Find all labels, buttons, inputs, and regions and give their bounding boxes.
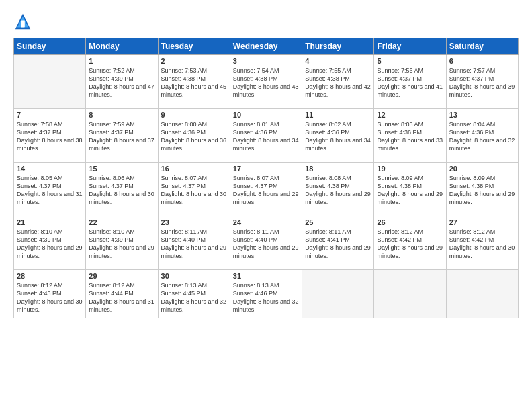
calendar-cell: 17Sunrise: 8:07 AMSunset: 4:37 PMDayligh…: [230, 163, 302, 216]
logo: [13, 12, 35, 31]
calendar-cell: 16Sunrise: 8:07 AMSunset: 4:37 PMDayligh…: [158, 163, 230, 216]
day-info: Sunrise: 8:12 AMSunset: 4:43 PMDaylight:…: [17, 281, 83, 314]
day-info: Sunrise: 8:07 AMSunset: 4:37 PMDaylight:…: [161, 174, 227, 207]
day-info: Sunrise: 8:13 AMSunset: 4:46 PMDaylight:…: [233, 281, 299, 314]
day-number: 2: [161, 57, 227, 65]
day-info: Sunrise: 8:11 AMSunset: 4:40 PMDaylight:…: [233, 228, 299, 261]
day-number: 13: [449, 111, 515, 119]
calendar-cell: 7Sunrise: 7:58 AMSunset: 4:37 PMDaylight…: [14, 109, 86, 163]
day-number: 10: [233, 111, 299, 119]
day-number: 1: [89, 57, 154, 65]
day-info: Sunrise: 8:12 AMSunset: 4:44 PMDaylight:…: [89, 281, 154, 314]
week-row-4: 21Sunrise: 8:10 AMSunset: 4:39 PMDayligh…: [14, 216, 519, 270]
calendar-cell: 20Sunrise: 8:09 AMSunset: 4:38 PMDayligh…: [446, 163, 518, 216]
calendar-cell: 15Sunrise: 8:06 AMSunset: 4:37 PMDayligh…: [86, 163, 158, 216]
day-info: Sunrise: 8:04 AMSunset: 4:36 PMDaylight:…: [449, 120, 515, 153]
calendar-cell: 22Sunrise: 8:10 AMSunset: 4:39 PMDayligh…: [86, 216, 158, 270]
calendar-cell: 11Sunrise: 8:02 AMSunset: 4:36 PMDayligh…: [302, 109, 374, 163]
page: SundayMondayTuesdayWednesdayThursdayFrid…: [0, 0, 532, 411]
calendar-cell: 24Sunrise: 8:11 AMSunset: 4:40 PMDayligh…: [230, 216, 302, 270]
calendar-header-saturday: Saturday: [446, 38, 518, 55]
day-info: Sunrise: 8:09 AMSunset: 4:38 PMDaylight:…: [449, 174, 515, 207]
calendar-cell: 27Sunrise: 8:12 AMSunset: 4:42 PMDayligh…: [446, 216, 518, 270]
day-info: Sunrise: 7:59 AMSunset: 4:37 PMDaylight:…: [89, 120, 154, 153]
day-number: 18: [305, 165, 371, 173]
calendar-cell: 1Sunrise: 7:52 AMSunset: 4:39 PMDaylight…: [86, 55, 158, 109]
day-info: Sunrise: 7:57 AMSunset: 4:37 PMDaylight:…: [449, 66, 515, 99]
calendar-cell: 2Sunrise: 7:53 AMSunset: 4:38 PMDaylight…: [158, 55, 230, 109]
day-number: 5: [377, 57, 443, 65]
day-info: Sunrise: 8:02 AMSunset: 4:36 PMDaylight:…: [305, 120, 371, 153]
calendar-cell: 14Sunrise: 8:05 AMSunset: 4:37 PMDayligh…: [14, 163, 86, 216]
day-info: Sunrise: 8:08 AMSunset: 4:38 PMDaylight:…: [305, 174, 371, 207]
calendar-cell: [302, 270, 374, 318]
day-number: 12: [377, 111, 443, 119]
calendar-cell: [446, 270, 518, 318]
week-row-3: 14Sunrise: 8:05 AMSunset: 4:37 PMDayligh…: [14, 163, 519, 216]
calendar-cell: 3Sunrise: 7:54 AMSunset: 4:38 PMDaylight…: [230, 55, 302, 109]
day-number: 31: [233, 272, 299, 280]
day-info: Sunrise: 8:12 AMSunset: 4:42 PMDaylight:…: [377, 228, 443, 261]
calendar-header-sunday: Sunday: [14, 38, 86, 55]
day-info: Sunrise: 7:58 AMSunset: 4:37 PMDaylight:…: [17, 120, 83, 153]
day-info: Sunrise: 8:05 AMSunset: 4:37 PMDaylight:…: [17, 174, 83, 207]
calendar-cell: 25Sunrise: 8:11 AMSunset: 4:41 PMDayligh…: [302, 216, 374, 270]
day-number: 24: [233, 218, 299, 226]
day-info: Sunrise: 8:09 AMSunset: 4:38 PMDaylight:…: [377, 174, 443, 207]
day-number: 25: [305, 218, 371, 226]
week-row-5: 28Sunrise: 8:12 AMSunset: 4:43 PMDayligh…: [14, 270, 519, 318]
day-number: 11: [305, 111, 371, 119]
logo-icon: [13, 12, 32, 31]
calendar-cell: 12Sunrise: 8:03 AMSunset: 4:36 PMDayligh…: [374, 109, 446, 163]
day-info: Sunrise: 8:11 AMSunset: 4:41 PMDaylight:…: [305, 228, 371, 261]
calendar-cell: 5Sunrise: 7:56 AMSunset: 4:37 PMDaylight…: [374, 55, 446, 109]
day-info: Sunrise: 8:03 AMSunset: 4:36 PMDaylight:…: [377, 120, 443, 153]
day-info: Sunrise: 8:07 AMSunset: 4:37 PMDaylight:…: [233, 174, 299, 207]
calendar-header-row: SundayMondayTuesdayWednesdayThursdayFrid…: [14, 38, 519, 55]
day-number: 8: [89, 111, 154, 119]
calendar-cell: [374, 270, 446, 318]
calendar-cell: 18Sunrise: 8:08 AMSunset: 4:38 PMDayligh…: [302, 163, 374, 216]
calendar-header-friday: Friday: [374, 38, 446, 55]
day-number: 27: [449, 218, 515, 226]
day-number: 21: [17, 218, 83, 226]
day-number: 29: [89, 272, 154, 280]
day-info: Sunrise: 8:10 AMSunset: 4:39 PMDaylight:…: [17, 228, 83, 261]
day-number: 30: [161, 272, 227, 280]
day-number: 3: [233, 57, 299, 65]
calendar-cell: 4Sunrise: 7:55 AMSunset: 4:38 PMDaylight…: [302, 55, 374, 109]
day-number: 14: [17, 165, 83, 173]
day-info: Sunrise: 7:53 AMSunset: 4:38 PMDaylight:…: [161, 66, 227, 99]
day-number: 6: [449, 57, 515, 65]
calendar-cell: 9Sunrise: 8:00 AMSunset: 4:36 PMDaylight…: [158, 109, 230, 163]
week-row-1: 1Sunrise: 7:52 AMSunset: 4:39 PMDaylight…: [14, 55, 519, 109]
week-row-2: 7Sunrise: 7:58 AMSunset: 4:37 PMDaylight…: [14, 109, 519, 163]
calendar-header-wednesday: Wednesday: [230, 38, 302, 55]
calendar-cell: [14, 55, 86, 109]
day-number: 17: [233, 165, 299, 173]
day-info: Sunrise: 7:56 AMSunset: 4:37 PMDaylight:…: [377, 66, 443, 99]
day-number: 9: [161, 111, 227, 119]
calendar-cell: 23Sunrise: 8:11 AMSunset: 4:40 PMDayligh…: [158, 216, 230, 270]
day-info: Sunrise: 8:00 AMSunset: 4:36 PMDaylight:…: [161, 120, 227, 153]
calendar: SundayMondayTuesdayWednesdayThursdayFrid…: [13, 38, 519, 318]
calendar-cell: 29Sunrise: 8:12 AMSunset: 4:44 PMDayligh…: [86, 270, 158, 318]
day-info: Sunrise: 8:06 AMSunset: 4:37 PMDaylight:…: [89, 174, 154, 207]
calendar-cell: 6Sunrise: 7:57 AMSunset: 4:37 PMDaylight…: [446, 55, 518, 109]
day-number: 7: [17, 111, 83, 119]
calendar-cell: 21Sunrise: 8:10 AMSunset: 4:39 PMDayligh…: [14, 216, 86, 270]
day-number: 16: [161, 165, 227, 173]
day-info: Sunrise: 7:54 AMSunset: 4:38 PMDaylight:…: [233, 66, 299, 99]
calendar-header-tuesday: Tuesday: [158, 38, 230, 55]
day-info: Sunrise: 8:10 AMSunset: 4:39 PMDaylight:…: [89, 228, 154, 261]
calendar-cell: 26Sunrise: 8:12 AMSunset: 4:42 PMDayligh…: [374, 216, 446, 270]
day-number: 4: [305, 57, 371, 65]
day-number: 20: [449, 165, 515, 173]
day-number: 19: [377, 165, 443, 173]
day-number: 23: [161, 218, 227, 226]
day-info: Sunrise: 7:55 AMSunset: 4:38 PMDaylight:…: [305, 66, 371, 99]
day-number: 26: [377, 218, 443, 226]
calendar-cell: 13Sunrise: 8:04 AMSunset: 4:36 PMDayligh…: [446, 109, 518, 163]
day-info: Sunrise: 8:12 AMSunset: 4:42 PMDaylight:…: [449, 228, 515, 261]
calendar-cell: 30Sunrise: 8:13 AMSunset: 4:45 PMDayligh…: [158, 270, 230, 318]
